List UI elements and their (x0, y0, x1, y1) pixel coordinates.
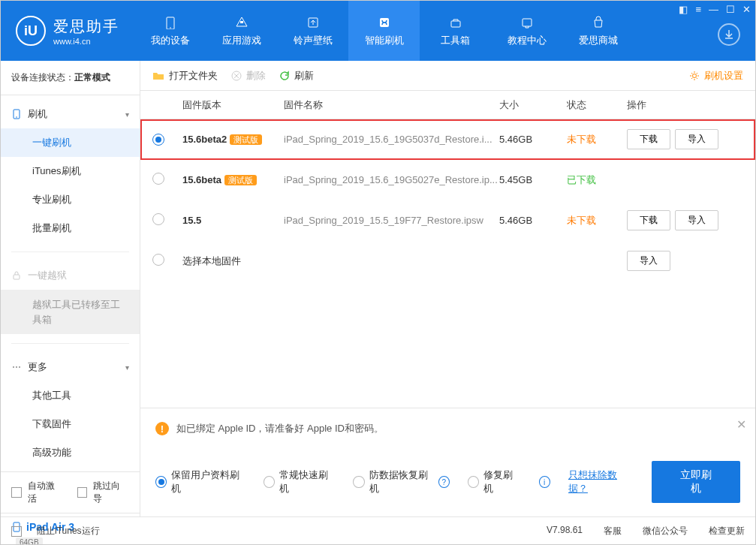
download-button[interactable]: 下载 (627, 129, 670, 149)
window-controls: ◧ ≡ — ☐ ✕ (679, 4, 751, 15)
nav-4[interactable]: 工具箱 (420, 1, 491, 61)
nav-icon (447, 14, 464, 31)
more-icon (11, 362, 22, 372)
nav-icon (519, 14, 535, 31)
check-update-link[interactable]: 检查更新 (709, 525, 745, 537)
firmware-version: 15.5 (182, 215, 284, 226)
maximize-icon[interactable]: ☐ (726, 4, 735, 15)
app-header: iU 爱思助手 www.i4.cn 我的设备应用游戏铃声壁纸智能刷机工具箱教程中… (1, 1, 755, 61)
option-radio[interactable] (468, 476, 479, 488)
sidebar-item-more-0[interactable]: 其他工具 (1, 381, 140, 410)
option-radio[interactable] (353, 476, 364, 488)
section-jail-title: 一键越狱 (28, 269, 67, 282)
erase-data-link[interactable]: 只想抹除数据？ (568, 468, 634, 495)
option-label: 修复刷机 (483, 468, 520, 495)
row-radio[interactable] (152, 173, 164, 185)
sidebar-item-flash-2[interactable]: 专业刷机 (1, 185, 140, 214)
skip-guide-checkbox[interactable] (77, 487, 88, 498)
nav-1[interactable]: 应用游戏 (206, 1, 277, 61)
option-label: 保留用户资料刷机 (171, 468, 245, 495)
folder-icon (152, 70, 164, 82)
minimize-icon[interactable]: — (709, 4, 718, 15)
svg-point-1 (170, 27, 171, 29)
nav-3[interactable]: 智能刷机 (348, 1, 420, 61)
col-name: 固件名称 (284, 98, 499, 112)
nav-0[interactable]: 我的设备 (134, 1, 206, 61)
main-panel: 打开文件夹 删除 刷新 刷机设置 固件版本 固件名称 大小 状态 操作 15.6… (140, 61, 755, 516)
flash-now-button[interactable]: 立即刷机 (652, 461, 740, 503)
row-radio[interactable] (152, 213, 164, 225)
download-button[interactable]: 下载 (627, 210, 670, 230)
flash-option-3[interactable]: 修复刷机 (468, 468, 521, 495)
logo-block: iU 爱思助手 www.i4.cn (1, 1, 134, 61)
svg-point-10 (13, 366, 14, 368)
section-more-title: 更多 (28, 360, 47, 374)
beta-badge: 测试版 (224, 175, 257, 185)
refresh-button[interactable]: 刷新 (279, 69, 314, 83)
nav-5[interactable]: 教程中心 (491, 1, 562, 61)
firmware-name: iPad_Spring_2019_15.6_19G5027e_Restore.i… (284, 174, 499, 185)
close-banner-icon[interactable]: ✕ (736, 417, 746, 432)
nav-icon (590, 14, 607, 31)
delete-icon (231, 71, 242, 81)
logo-icon: iU (16, 16, 46, 46)
col-status: 状态 (567, 98, 627, 112)
app-title: 爱思助手 (53, 17, 119, 37)
info-icon[interactable]: i (539, 476, 550, 488)
close-icon[interactable]: ✕ (742, 4, 751, 15)
import-button[interactable]: 导入 (627, 251, 670, 271)
wechat-link[interactable]: 微信公众号 (643, 525, 688, 537)
sidebar-item-more-1[interactable]: 下载固件 (1, 410, 140, 438)
status-value: 正常模式 (74, 72, 110, 83)
nav-6[interactable]: 爱思商城 (562, 1, 634, 61)
row-radio[interactable] (152, 134, 164, 146)
table-row[interactable]: 选择本地固件导入 (140, 241, 755, 282)
theme-icon[interactable]: ◧ (679, 4, 688, 15)
row-radio[interactable] (152, 254, 164, 266)
open-folder-button[interactable]: 打开文件夹 (152, 69, 218, 83)
sidebar-item-flash-0[interactable]: 一键刷机 (1, 128, 140, 157)
support-link[interactable]: 客服 (604, 525, 622, 537)
svg-rect-2 (240, 21, 243, 23)
firmware-status: 未下载 (567, 214, 627, 227)
nav-label: 智能刷机 (365, 34, 404, 47)
choose-local-firmware[interactable]: 选择本地固件 (182, 254, 499, 268)
import-button[interactable]: 导入 (675, 129, 718, 149)
option-radio[interactable] (155, 476, 167, 488)
delete-button[interactable]: 删除 (231, 69, 266, 83)
table-row[interactable]: 15.6beta2测试版iPad_Spring_2019_15.6_19G503… (140, 119, 755, 160)
sidebar-section-flash[interactable]: 刷机 ▾ (1, 100, 140, 128)
flash-option-1[interactable]: 常规快速刷机 (264, 468, 335, 495)
info-text: 如已绑定 Apple ID，请准备好 Apple ID和密码。 (176, 422, 384, 435)
jailbreak-moved-note: 越狱工具已转移至工具箱 (1, 290, 140, 334)
sidebar-item-flash-3[interactable]: 批量刷机 (1, 214, 140, 242)
nav-label: 教程中心 (508, 34, 547, 47)
firmware-status: 已下载 (567, 173, 627, 187)
flash-option-2[interactable]: 防数据恢复刷机 ? (353, 468, 450, 495)
nav-icon (376, 14, 393, 31)
download-icon[interactable] (718, 23, 740, 46)
connection-status: 设备连接状态：正常模式 (1, 61, 140, 95)
import-button[interactable]: 导入 (675, 210, 718, 230)
help-icon[interactable]: ? (438, 476, 450, 488)
menu-icon[interactable]: ≡ (695, 4, 701, 15)
block-itunes-checkbox[interactable] (11, 526, 22, 537)
svg-rect-6 (523, 19, 532, 26)
sidebar-item-flash-1[interactable]: iTunes刷机 (1, 157, 140, 185)
option-radio[interactable] (264, 476, 275, 488)
flash-settings-button[interactable]: 刷机设置 (689, 69, 743, 83)
gear-icon (689, 71, 700, 81)
auto-activate-checkbox[interactable] (11, 487, 22, 498)
phone-icon (11, 109, 22, 119)
firmware-status: 未下载 (567, 133, 627, 146)
status-label: 设备连接状态： (11, 72, 74, 83)
table-row[interactable]: 15.6beta测试版iPad_Spring_2019_15.6_19G5027… (140, 160, 755, 200)
svg-rect-9 (14, 275, 20, 279)
table-row[interactable]: 15.5iPad_Spring_2019_15.5_19F77_Restore.… (140, 200, 755, 241)
flash-option-0[interactable]: 保留用户资料刷机 (155, 468, 245, 495)
chevron-down-icon: ▾ (125, 363, 129, 372)
nav-2[interactable]: 铃声壁纸 (277, 1, 348, 61)
beta-badge: 测试版 (230, 134, 262, 145)
sidebar-section-more[interactable]: 更多 ▾ (1, 353, 140, 381)
sidebar-item-more-2[interactable]: 高级功能 (1, 438, 140, 467)
